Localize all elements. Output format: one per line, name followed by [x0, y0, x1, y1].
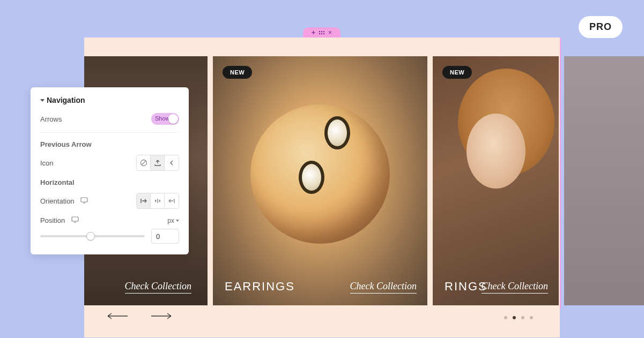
desktop-icon[interactable]	[71, 216, 79, 223]
arrows-label: Arrows	[40, 115, 62, 123]
svg-point-5	[323, 33, 324, 34]
icon-segmented	[136, 155, 179, 171]
toggle-label: Show	[155, 115, 170, 122]
icon-option-none[interactable]	[137, 155, 151, 170]
card-link[interactable]: Check Collection	[125, 281, 191, 294]
product-image	[299, 161, 324, 194]
plus-icon[interactable]: +	[312, 29, 315, 36]
divider	[40, 132, 179, 133]
svg-line-7	[142, 161, 146, 165]
card-link[interactable]: Check Collection	[482, 281, 548, 294]
none-icon	[140, 159, 147, 167]
position-slider[interactable]	[40, 235, 145, 237]
svg-rect-13	[72, 217, 78, 221]
carousel-dot[interactable]	[530, 316, 533, 319]
icon-option-upload[interactable]	[151, 155, 165, 170]
orientation-segmented	[136, 193, 179, 209]
icon-label: Icon	[40, 159, 54, 167]
chevron-down-icon	[40, 99, 45, 102]
slider-thumb[interactable]	[86, 232, 95, 241]
card-title: EARRINGS	[225, 280, 295, 294]
align-start[interactable]	[137, 193, 151, 208]
product-image	[467, 114, 525, 189]
carousel-dots	[504, 316, 533, 319]
previous-arrow-heading: Previous Arrow	[40, 140, 179, 148]
horizontal-heading: Horizontal	[40, 178, 179, 186]
orientation-label: Orientation	[40, 197, 88, 205]
svg-point-0	[319, 31, 320, 32]
carousel-card[interactable]: NEW EARRINGS Check Collection	[213, 56, 427, 305]
align-end-icon	[168, 198, 175, 204]
unit-selector[interactable]: px	[167, 217, 179, 224]
align-center-icon	[154, 198, 161, 204]
settings-panel: Navigation Arrows Show Previous Arrow Ic…	[31, 87, 189, 254]
next-arrow[interactable]	[150, 311, 172, 321]
position-input[interactable]	[151, 229, 179, 244]
panel-title: Navigation	[47, 96, 85, 104]
icon-option-library[interactable]	[165, 155, 179, 170]
carousel-dot[interactable]	[513, 316, 516, 319]
carousel-card[interactable]: NEW RINGS Check Collection	[433, 56, 559, 305]
element-edit-tab[interactable]: + ×	[303, 27, 340, 38]
close-icon[interactable]: ×	[328, 29, 332, 36]
product-image	[324, 116, 350, 149]
svg-point-2	[323, 31, 324, 32]
prev-arrow[interactable]	[107, 311, 129, 321]
position-row: Position px	[40, 216, 179, 224]
grip-icon[interactable]	[319, 31, 325, 35]
carousel-dot[interactable]	[521, 316, 524, 319]
toggle-knob	[168, 114, 178, 124]
new-badge: NEW	[223, 66, 252, 79]
card-link[interactable]: Check Collection	[350, 281, 417, 294]
chevron-down-icon	[176, 220, 179, 222]
position-slider-row	[40, 229, 179, 244]
position-label: Position	[40, 216, 79, 224]
align-center[interactable]	[151, 193, 165, 208]
align-start-icon	[140, 198, 147, 204]
pro-badge: PRO	[579, 16, 623, 38]
new-badge: NEW	[442, 66, 472, 79]
arrows-row: Arrows Show	[40, 113, 179, 125]
carousel-nav-arrows	[107, 311, 172, 321]
icon-row: Icon	[40, 155, 179, 171]
svg-point-4	[321, 33, 322, 34]
arrows-toggle[interactable]: Show	[151, 113, 179, 125]
carousel-card[interactable]	[564, 56, 644, 305]
orientation-row: Orientation	[40, 193, 179, 209]
svg-rect-8	[81, 198, 87, 202]
upload-icon	[154, 159, 161, 167]
svg-point-3	[319, 33, 320, 34]
svg-point-1	[321, 31, 322, 32]
carousel-dot[interactable]	[504, 316, 507, 319]
desktop-icon[interactable]	[80, 197, 88, 204]
chevron-left-icon	[169, 160, 174, 166]
align-end[interactable]	[165, 193, 179, 208]
panel-header-navigation[interactable]: Navigation	[40, 96, 179, 104]
